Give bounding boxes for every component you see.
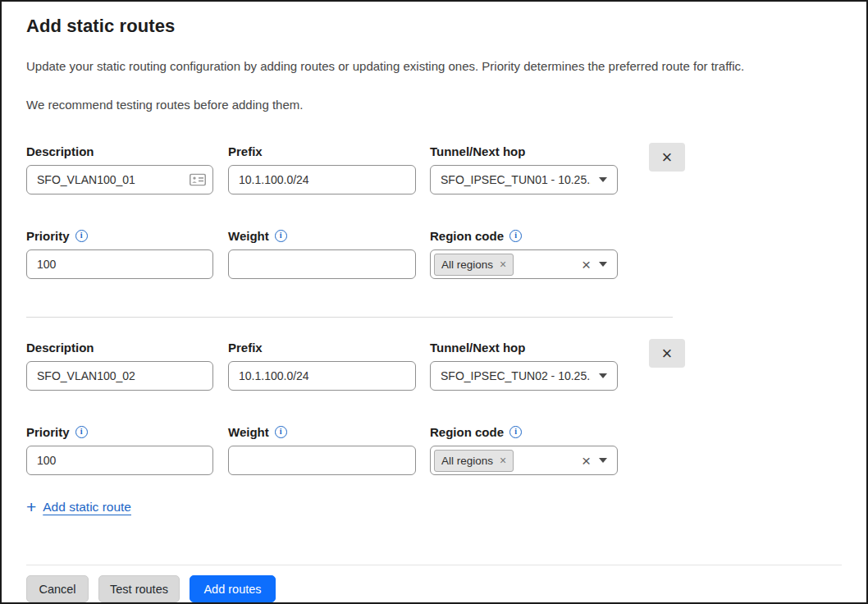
remove-route-button[interactable]: × [649,339,685,368]
note-text: We recommend testing routes before addin… [26,96,842,113]
chip-close-icon[interactable]: × [500,259,506,270]
description-field-1: Description [26,143,213,194]
chevron-down-icon [599,458,607,463]
close-icon: × [662,345,673,363]
tunnel-field-1: Tunnel/Next hop SFO_IPSEC_TUN01 - 10.25.… [430,143,618,194]
region-label: Region code [430,425,504,439]
weight-label: Weight [228,425,269,439]
tunnel-select[interactable]: SFO_IPSEC_TUN01 - 10.25... [430,165,618,194]
route-row-2: Description Prefix Tunnel/Next hop SFO_I… [26,339,842,475]
add-static-route-link[interactable]: Add static route [43,500,131,515]
region-chip-label: All regions [441,259,493,271]
chevron-down-icon [599,177,607,182]
tunnel-selected-value: SFO_IPSEC_TUN02 - 10.25... [441,369,591,382]
priority-input[interactable] [26,446,213,475]
description-field-2: Description [26,339,213,391]
prefix-input[interactable] [228,165,416,194]
weight-input[interactable] [228,446,416,475]
clear-selection-icon[interactable]: × [582,257,591,272]
priority-label: Priority [26,425,70,439]
priority-field-2: Priority i [26,423,213,475]
chevron-down-icon [599,262,607,267]
chip-close-icon[interactable]: × [500,455,506,466]
info-icon[interactable]: i [509,230,522,242]
prefix-field-1: Prefix [228,143,416,194]
route-row-1: Description [26,143,842,279]
info-icon[interactable]: i [275,426,287,438]
info-icon[interactable]: i [275,230,287,242]
region-chip: All regions × [434,450,514,472]
clear-selection-icon[interactable]: × [582,453,591,469]
priority-input[interactable] [26,249,213,279]
route-divider [26,317,673,318]
test-routes-button[interactable]: Test routes [98,575,180,602]
intro-text: Update your static routing configuration… [26,57,842,75]
weight-label: Weight [228,229,269,243]
contact-card-icon [190,174,206,186]
tunnel-label: Tunnel/Next hop [430,143,618,159]
dialog-content: Add static routes Update your static rou… [2,2,866,565]
priority-field-1: Priority i [26,227,213,279]
remove-route-button[interactable]: × [649,143,685,172]
add-routes-button[interactable]: Add routes [190,575,276,602]
prefix-field-2: Prefix [228,339,416,391]
page-title: Add static routes [26,15,842,38]
info-icon[interactable]: i [75,426,88,438]
prefix-input[interactable] [228,361,416,391]
add-static-routes-dialog: Add static routes Update your static rou… [0,0,868,604]
dialog-footer: Cancel Test routes Add routes [2,565,866,602]
region-select[interactable]: All regions × × [430,249,618,279]
region-label: Region code [430,229,504,243]
prefix-label: Prefix [228,143,416,159]
chevron-down-icon [599,373,607,378]
region-field-2: Region code i All regions × × [430,423,618,475]
priority-label: Priority [26,229,70,243]
tunnel-field-2: Tunnel/Next hop SFO_IPSEC_TUN02 - 10.25.… [430,339,618,391]
weight-field-2: Weight i [228,423,416,475]
region-chip: All regions × [434,254,514,276]
region-select[interactable]: All regions × × [430,446,618,475]
description-label: Description [26,339,213,355]
description-label: Description [26,143,213,159]
region-field-1: Region code i All regions × × [430,227,618,279]
prefix-label: Prefix [228,339,416,355]
close-icon: × [662,149,673,167]
tunnel-selected-value: SFO_IPSEC_TUN01 - 10.25... [441,173,591,186]
description-input[interactable] [26,165,213,194]
weight-input[interactable] [228,249,416,279]
plus-icon: + [26,498,36,515]
region-chip-label: All regions [441,455,493,467]
info-icon[interactable]: i [509,426,522,438]
tunnel-select[interactable]: SFO_IPSEC_TUN02 - 10.25... [430,361,618,391]
weight-field-1: Weight i [228,227,416,279]
cancel-button[interactable]: Cancel [26,575,89,602]
description-input[interactable] [26,361,213,391]
info-icon[interactable]: i [75,230,88,242]
tunnel-label: Tunnel/Next hop [430,339,618,355]
